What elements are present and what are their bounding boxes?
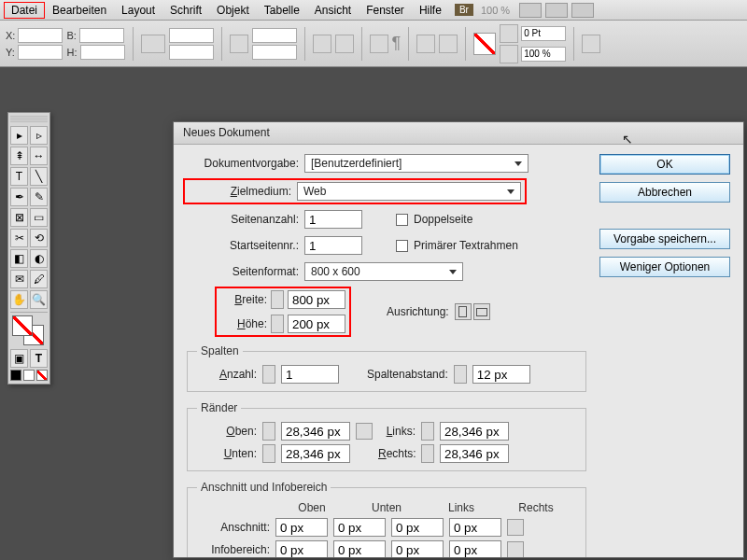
eyedropper-tool[interactable]: 🖊 bbox=[30, 270, 48, 288]
palette-drag-handle[interactable] bbox=[10, 116, 48, 123]
gutter-input[interactable] bbox=[472, 365, 530, 384]
menu-layout[interactable]: Layout bbox=[114, 2, 162, 19]
ok-button[interactable]: OK bbox=[599, 154, 730, 175]
preset-dropdown[interactable]: [Benutzerdefiniert] bbox=[304, 154, 529, 173]
rotate-input[interactable] bbox=[252, 28, 297, 43]
bottom-input[interactable] bbox=[281, 444, 350, 463]
top-input[interactable] bbox=[281, 422, 350, 441]
fill-none-icon[interactable] bbox=[473, 33, 496, 55]
page-tool[interactable]: ⇞ bbox=[10, 147, 28, 165]
swatch-black[interactable] bbox=[10, 370, 21, 381]
menu-objekt[interactable]: Objekt bbox=[209, 2, 257, 19]
fewer-options-button[interactable]: Weniger Optionen bbox=[599, 257, 730, 277]
menu-schrift[interactable]: Schrift bbox=[162, 2, 209, 19]
gap-tool[interactable]: ↔ bbox=[30, 147, 48, 165]
rect-tool[interactable]: ▭ bbox=[30, 208, 48, 227]
intent-dropdown[interactable]: Web bbox=[297, 182, 521, 201]
scale-x-icon[interactable] bbox=[141, 35, 165, 53]
pages-input[interactable] bbox=[304, 210, 362, 229]
bridge-badge[interactable]: Br bbox=[455, 4, 473, 16]
right-input[interactable] bbox=[440, 444, 509, 463]
distribute-icon[interactable] bbox=[439, 35, 458, 53]
direct-select-tool[interactable]: ▹ bbox=[30, 126, 48, 145]
fill-stroke-control[interactable] bbox=[10, 315, 48, 349]
type-tool[interactable]: T bbox=[10, 167, 28, 186]
menu-tabelle[interactable]: Tabelle bbox=[257, 2, 307, 19]
right-spinner[interactable] bbox=[421, 444, 434, 463]
height-input[interactable] bbox=[288, 315, 345, 333]
align-icon[interactable] bbox=[416, 35, 435, 53]
screen-mode-icon[interactable] bbox=[545, 3, 568, 18]
primary-checkbox[interactable] bbox=[396, 240, 408, 252]
zoom-level[interactable]: 100 % bbox=[481, 5, 510, 16]
save-preset-button[interactable]: Vorgabe speichern... bbox=[599, 229, 730, 249]
para-icon[interactable] bbox=[370, 35, 388, 53]
left-input[interactable] bbox=[440, 422, 509, 441]
menu-datei[interactable]: Datei bbox=[4, 2, 45, 19]
tint-input[interactable] bbox=[521, 47, 566, 62]
selection-tool[interactable]: ▸ bbox=[10, 126, 28, 145]
x-input[interactable] bbox=[18, 28, 63, 43]
line-tool[interactable]: ╲ bbox=[30, 167, 48, 186]
w-input[interactable] bbox=[79, 28, 124, 43]
menu-bearbeiten[interactable]: Bearbeiten bbox=[45, 2, 114, 19]
cancel-button[interactable]: Abbrechen bbox=[599, 182, 730, 203]
orientation-portrait[interactable] bbox=[455, 303, 472, 320]
swatch-none[interactable] bbox=[36, 370, 48, 381]
menu-hilfe[interactable]: Hilfe bbox=[412, 2, 449, 19]
menu-fenster[interactable]: Fenster bbox=[359, 2, 412, 19]
link-bleed-icon[interactable] bbox=[507, 519, 524, 536]
slug-top[interactable] bbox=[275, 540, 328, 557]
left-spinner[interactable] bbox=[421, 422, 434, 441]
count-input[interactable] bbox=[281, 365, 339, 384]
bottom-spinner[interactable] bbox=[262, 444, 275, 463]
stroke-weight-input[interactable] bbox=[521, 26, 566, 41]
rect-frame-tool[interactable]: ⊠ bbox=[10, 208, 28, 227]
start-input[interactable] bbox=[304, 236, 362, 255]
gutter-spinner[interactable] bbox=[454, 365, 467, 384]
scale-y-input[interactable] bbox=[169, 45, 214, 60]
y-input[interactable] bbox=[18, 45, 63, 60]
top-spinner[interactable] bbox=[262, 422, 275, 441]
scissors-tool[interactable]: ✂ bbox=[10, 229, 28, 247]
view-mode-icon[interactable] bbox=[519, 3, 542, 18]
width-spinner[interactable] bbox=[271, 290, 284, 309]
apply-color[interactable]: ▣ bbox=[10, 349, 28, 368]
flip-v-icon[interactable] bbox=[335, 35, 354, 53]
flip-h-icon[interactable] bbox=[313, 35, 331, 53]
pagesize-dropdown[interactable]: 747 x 560 bbox=[304, 262, 463, 281]
pen-tool[interactable]: ✒ bbox=[10, 188, 28, 206]
arrange-icon[interactable] bbox=[571, 3, 594, 18]
rotate-icon[interactable] bbox=[230, 35, 248, 53]
width-input[interactable] bbox=[288, 290, 345, 309]
zoom-tool[interactable]: 🔍 bbox=[30, 290, 48, 309]
orientation-landscape[interactable] bbox=[473, 303, 490, 320]
bleed-top[interactable] bbox=[275, 518, 328, 537]
shear-input[interactable] bbox=[252, 45, 297, 60]
link-slug-icon[interactable] bbox=[507, 541, 524, 557]
bleed-right[interactable] bbox=[449, 518, 501, 537]
slug-bottom[interactable] bbox=[333, 540, 386, 557]
gradient-tool[interactable]: ◧ bbox=[10, 249, 28, 268]
slug-right[interactable] bbox=[449, 540, 501, 557]
gradient-feather-tool[interactable]: ◐ bbox=[30, 249, 48, 268]
slug-left[interactable] bbox=[391, 540, 444, 557]
transform-tool[interactable]: ⟲ bbox=[30, 229, 48, 247]
fx-icon[interactable] bbox=[582, 35, 600, 53]
pencil-tool[interactable]: ✎ bbox=[30, 188, 48, 206]
link-margins-icon[interactable] bbox=[356, 423, 373, 440]
apply-text[interactable]: T bbox=[30, 349, 48, 368]
bleed-bottom[interactable] bbox=[333, 518, 386, 537]
note-tool[interactable]: ✉ bbox=[10, 270, 28, 288]
top-label: Oben: bbox=[197, 425, 257, 438]
count-spinner[interactable] bbox=[262, 365, 275, 384]
facing-checkbox[interactable] bbox=[396, 214, 408, 226]
bleed-left[interactable] bbox=[391, 518, 444, 537]
hand-tool[interactable]: ✋ bbox=[10, 290, 28, 309]
paragraph-icon[interactable]: ¶ bbox=[392, 34, 402, 53]
height-spinner[interactable] bbox=[271, 315, 284, 333]
menu-ansicht[interactable]: Ansicht bbox=[307, 2, 359, 19]
h-input[interactable] bbox=[80, 45, 125, 60]
scale-x-input[interactable] bbox=[169, 28, 214, 43]
swatch-white[interactable] bbox=[23, 370, 35, 381]
